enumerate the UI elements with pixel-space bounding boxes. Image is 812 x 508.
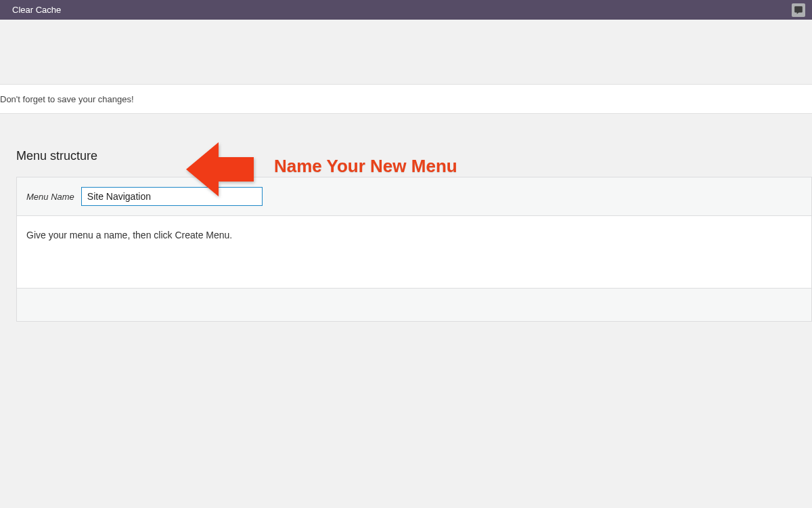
menu-name-input[interactable] (81, 187, 263, 206)
admin-bar: Clear Cache (0, 0, 812, 20)
menu-instruction-text: Give your menu a name, then click Create… (26, 230, 232, 240)
menu-panel-header: Menu Name (17, 177, 811, 216)
comments-icon[interactable] (792, 3, 805, 17)
clear-cache-link[interactable]: Clear Cache (12, 5, 61, 15)
menu-panel-footer (17, 289, 811, 321)
blank-region (0, 20, 812, 84)
menu-name-label: Menu Name (26, 192, 74, 202)
save-notice: Don't forget to save your changes! (0, 84, 812, 114)
menu-structure-heading: Menu structure (16, 149, 812, 163)
menu-panel-body: Give your menu a name, then click Create… (17, 216, 811, 289)
menu-panel: Menu Name Give your menu a name, then cl… (16, 177, 812, 322)
save-notice-text: Don't forget to save your changes! (0, 94, 134, 104)
